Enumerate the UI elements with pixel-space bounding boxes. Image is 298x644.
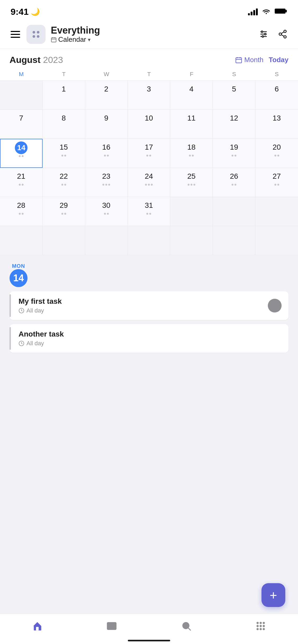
day-number-30: 30 (100, 199, 113, 212)
day-number-6: 6 (270, 83, 283, 95)
svg-point-31 (257, 622, 259, 624)
task-day-circle: 14 (10, 269, 28, 287)
cal-cell-11[interactable]: 11 (170, 110, 213, 139)
cal-cell-29[interactable]: 29 (43, 197, 85, 226)
cal-cell-23[interactable]: 23 (85, 168, 128, 197)
task-1-info: My first task All day (16, 297, 268, 314)
cal-cell-6[interactable]: 6 (255, 81, 298, 110)
cal-cell-3[interactable]: 3 (128, 81, 170, 110)
svg-point-34 (257, 625, 259, 627)
cal-cell-empty (85, 226, 128, 255)
cal-cell-9[interactable]: 9 (85, 110, 128, 139)
svg-point-4 (33, 35, 35, 38)
cal-cell-15[interactable]: 15 (43, 139, 85, 168)
day-dots-21 (19, 184, 24, 186)
moon-icon: 🌙 (31, 7, 40, 16)
cal-cell-14[interactable]: 14 (0, 139, 43, 168)
svg-line-20 (281, 32, 284, 33)
task-item-1[interactable]: My first task All day (10, 291, 288, 320)
calendar-month-icon (235, 57, 242, 63)
task-date-label: MON 14 (10, 263, 28, 287)
add-task-button[interactable]: + (261, 583, 285, 607)
cal-cell-2[interactable]: 2 (85, 81, 128, 110)
svg-point-39 (263, 628, 265, 630)
task-1-status[interactable] (268, 299, 282, 312)
cal-cell-empty (0, 226, 43, 255)
svg-point-36 (263, 625, 265, 627)
filter-button[interactable] (258, 28, 269, 41)
app-name: Everything (51, 25, 100, 36)
cal-cell-13[interactable]: 13 (255, 110, 298, 139)
day-dots-24 (145, 184, 153, 186)
day-dots-26 (232, 184, 236, 186)
cal-cell-empty (213, 226, 255, 255)
cal-cell-16[interactable]: 16 (85, 139, 128, 168)
inbox-icon (106, 621, 117, 631)
day-dots-15 (61, 155, 66, 157)
cal-cell-31[interactable]: 31 (128, 197, 170, 226)
app-subtitle[interactable]: Calendar ▾ (51, 35, 100, 44)
time-display: 9:41 (11, 7, 29, 17)
day-header-sun: S (255, 68, 298, 80)
grid-icon (255, 621, 266, 631)
cal-cell-20[interactable]: 20 (255, 139, 298, 168)
day-number-18: 18 (185, 141, 198, 154)
share-button[interactable] (277, 28, 288, 41)
svg-point-32 (260, 622, 262, 624)
signal-icon (248, 8, 258, 15)
cal-cell-10[interactable]: 10 (128, 110, 170, 139)
day-number-2: 2 (100, 83, 113, 95)
cal-cell-22[interactable]: 22 (43, 168, 85, 197)
day-number-3: 3 (142, 83, 155, 95)
cal-cell-25[interactable]: 25 (170, 168, 213, 197)
cal-cell-28[interactable]: 28 (0, 197, 43, 226)
wifi-icon (261, 8, 271, 15)
subtitle-text: Calendar (58, 35, 86, 44)
cal-cell-21[interactable]: 21 (0, 168, 43, 197)
day-number-31: 31 (142, 199, 155, 212)
svg-point-15 (262, 36, 264, 37)
nav-home-button[interactable] (27, 619, 48, 633)
nav-search-button[interactable] (176, 619, 197, 633)
svg-point-33 (263, 622, 265, 624)
month-year-display: August 2023 (10, 55, 63, 65)
day-number-8: 8 (57, 112, 70, 125)
today-button[interactable]: Today (269, 56, 288, 64)
day-dots-30 (104, 213, 109, 215)
cal-cell-26[interactable]: 26 (213, 168, 255, 197)
year-label: 2023 (43, 55, 63, 65)
task-2-name: Another task (19, 330, 282, 338)
clock-icon-2 (19, 341, 24, 346)
cal-cell-30[interactable]: 30 (85, 197, 128, 226)
month-view-button[interactable]: Month (235, 56, 263, 64)
day-dots-27 (274, 184, 279, 186)
task-item-2[interactable]: Another task All day (10, 324, 288, 353)
cal-cell-18[interactable]: 18 (170, 139, 213, 168)
hamburger-button[interactable] (10, 30, 21, 39)
day-number-4: 4 (185, 83, 198, 95)
cal-cell-8[interactable]: 8 (43, 110, 85, 139)
day-dots-31 (146, 213, 151, 215)
day-number-28: 28 (15, 199, 28, 212)
cal-cell-12[interactable]: 12 (213, 110, 255, 139)
nav-grid-button[interactable] (250, 619, 271, 633)
cal-cell-1[interactable]: 1 (43, 81, 85, 110)
task-date-header: MON 14 (0, 256, 298, 291)
day-number-26: 26 (228, 170, 240, 183)
cal-cell-17[interactable]: 17 (128, 139, 170, 168)
cal-cell-19[interactable]: 19 (213, 139, 255, 168)
cal-cell-7[interactable]: 7 (0, 110, 43, 139)
cal-cell-24[interactable]: 24 (128, 168, 170, 197)
cal-cell-4[interactable]: 4 (170, 81, 213, 110)
nav-inbox-button[interactable] (101, 619, 122, 633)
day-dots-25 (188, 184, 195, 186)
cal-cell-5[interactable]: 5 (213, 81, 255, 110)
cal-cell-27[interactable]: 27 (255, 168, 298, 197)
day-header-mon: M (0, 68, 43, 80)
home-indicator (128, 640, 170, 641)
status-icons (248, 8, 287, 16)
calendar-icon (51, 37, 57, 43)
menu-icon (11, 31, 20, 38)
month-button-label: Month (244, 56, 263, 64)
header-left: Everything Calendar ▾ (10, 25, 100, 44)
